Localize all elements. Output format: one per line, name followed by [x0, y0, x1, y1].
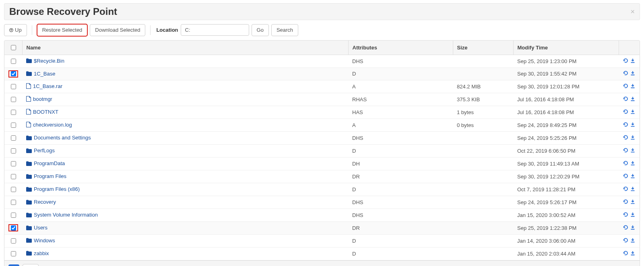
file-link[interactable]: checkversion.log — [26, 122, 72, 128]
restore-icon[interactable] — [623, 212, 628, 217]
row-checkbox[interactable] — [11, 148, 16, 153]
page-number[interactable]: 1 — [8, 264, 19, 266]
row-actions — [623, 122, 636, 127]
download-icon[interactable] — [630, 186, 636, 192]
restore-icon[interactable] — [623, 96, 628, 102]
restore-icon[interactable] — [623, 199, 628, 205]
row-checkbox[interactable] — [11, 187, 16, 192]
row-checkbox-cell — [4, 158, 22, 170]
row-checkbox[interactable] — [11, 251, 16, 256]
file-link[interactable]: zabbix — [26, 250, 49, 256]
file-link[interactable]: $Recycle.Bin — [26, 58, 64, 64]
download-icon[interactable] — [630, 225, 636, 230]
restore-icon[interactable] — [623, 70, 628, 76]
file-link[interactable]: Program Files — [26, 173, 66, 179]
close-icon[interactable]: × — [630, 8, 635, 16]
row-attributes: DHS — [348, 196, 453, 209]
row-modify-time: Sep 30, 2019 1:55:42 PM — [513, 68, 619, 80]
search-button-label: Search — [277, 27, 293, 33]
row-name-cell: Documents and Settings — [22, 132, 348, 145]
file-link[interactable]: BOOTNXT — [26, 109, 58, 115]
file-link[interactable]: 1C_Base.rar — [26, 83, 62, 89]
download-icon[interactable] — [630, 237, 636, 243]
file-link[interactable]: Users — [26, 225, 47, 231]
file-link[interactable]: bootmgr — [26, 96, 52, 102]
file-link[interactable]: 1C_Base — [26, 71, 55, 77]
row-checkbox[interactable] — [11, 174, 16, 179]
row-actions — [623, 147, 636, 153]
download-icon[interactable] — [630, 83, 636, 89]
restore-icon[interactable] — [623, 160, 628, 166]
row-checkbox[interactable] — [11, 161, 16, 166]
row-checkbox[interactable] — [11, 71, 16, 76]
restore-icon[interactable] — [623, 109, 628, 115]
restore-icon[interactable] — [623, 225, 628, 230]
row-checkbox[interactable] — [11, 59, 16, 64]
row-modify-time: Sep 24, 2019 5:25:26 PM — [513, 132, 619, 145]
restore-selected-button[interactable]: Restore Selected — [37, 24, 88, 36]
col-header-name[interactable]: Name — [22, 41, 348, 55]
restore-icon[interactable] — [623, 173, 628, 179]
restore-icon[interactable] — [623, 186, 628, 192]
restore-icon[interactable] — [623, 58, 628, 63]
download-icon[interactable] — [630, 135, 636, 140]
table-row: Program FilesDRSep 30, 2019 12:20:29 PM — [4, 170, 640, 183]
download-icon[interactable] — [630, 212, 636, 217]
items-per-page-input[interactable] — [23, 264, 39, 266]
table-header-row: Name Attributes Size Modify Time — [4, 41, 640, 55]
download-selected-button[interactable]: Download Selected — [90, 24, 145, 36]
restore-icon[interactable] — [623, 122, 628, 127]
file-link[interactable]: Documents and Settings — [26, 135, 91, 141]
row-checkbox[interactable] — [11, 97, 16, 102]
row-checkbox[interactable] — [11, 200, 16, 205]
row-modify-time: Sep 25, 2019 1:23:00 PM — [513, 55, 619, 68]
file-link[interactable]: Program Files (x86) — [26, 186, 80, 192]
download-icon[interactable] — [630, 147, 636, 153]
row-checkbox[interactable] — [11, 135, 16, 141]
col-header-size[interactable]: Size — [453, 41, 513, 55]
file-link[interactable]: Recovery — [26, 199, 56, 205]
download-icon[interactable] — [630, 58, 636, 63]
file-link[interactable]: PerfLogs — [26, 147, 55, 153]
row-name-cell: zabbix — [22, 247, 348, 260]
row-checkbox-cell — [4, 183, 22, 196]
download-icon[interactable] — [630, 122, 636, 127]
file-link[interactable]: System Volume Information — [26, 212, 98, 218]
folder-icon — [26, 238, 32, 243]
download-icon[interactable] — [630, 173, 636, 179]
up-button[interactable]: Up — [4, 24, 27, 36]
row-name-cell: BOOTNXT — [22, 106, 348, 119]
toolbar-divider — [150, 25, 151, 35]
row-size: 1 bytes — [453, 106, 513, 119]
row-checkbox[interactable] — [11, 84, 16, 89]
file-link[interactable]: ProgramData — [26, 160, 65, 166]
folder-icon — [26, 251, 32, 256]
row-checkbox[interactable] — [11, 110, 16, 115]
go-button[interactable]: Go — [252, 24, 269, 36]
row-modify-time: Jan 15, 2020 3:00:52 AM — [513, 209, 619, 222]
row-checkbox[interactable] — [11, 123, 16, 128]
file-link[interactable]: Windows — [26, 237, 55, 243]
row-attributes: DHS — [348, 132, 453, 145]
col-header-modify[interactable]: Modify Time — [513, 41, 619, 55]
row-modify-time: Jan 15, 2020 2:03:44 AM — [513, 247, 619, 260]
row-checkbox[interactable] — [11, 213, 16, 218]
search-button[interactable]: Search — [271, 24, 298, 36]
row-checkbox[interactable] — [11, 225, 16, 231]
row-checkbox[interactable] — [11, 238, 16, 243]
restore-icon[interactable] — [623, 147, 628, 153]
restore-icon[interactable] — [623, 237, 628, 243]
restore-icon[interactable] — [623, 250, 628, 256]
select-all-checkbox[interactable] — [11, 45, 16, 50]
download-icon[interactable] — [630, 70, 636, 76]
download-icon[interactable] — [630, 199, 636, 205]
download-icon[interactable] — [630, 96, 636, 102]
file-name: Users — [34, 225, 47, 231]
download-icon[interactable] — [630, 109, 636, 115]
download-icon[interactable] — [630, 250, 636, 256]
location-input[interactable] — [181, 24, 249, 36]
col-header-attributes[interactable]: Attributes — [348, 41, 453, 55]
restore-icon[interactable] — [623, 83, 628, 89]
restore-icon[interactable] — [623, 135, 628, 140]
download-icon[interactable] — [630, 160, 636, 166]
